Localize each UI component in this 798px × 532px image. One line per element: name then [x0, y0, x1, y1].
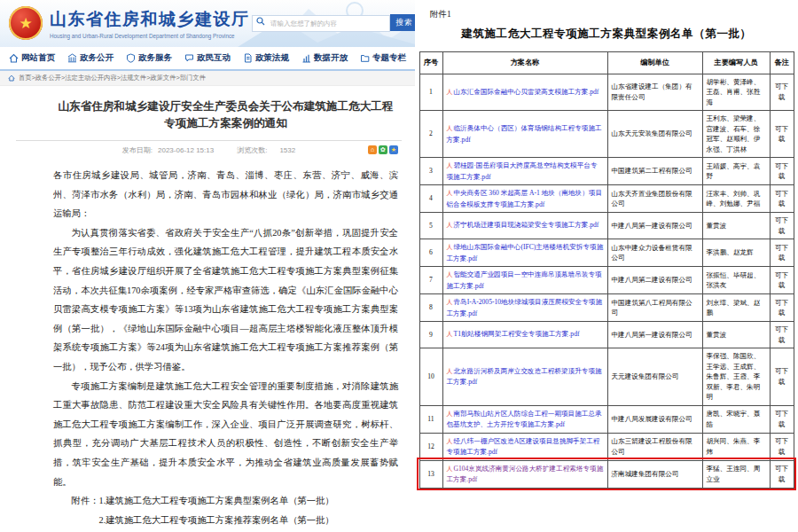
- views-value: 1532: [279, 146, 295, 154]
- compiling-unit: 济南城建集团有限公司: [607, 460, 702, 488]
- pdf-icon: 人: [447, 368, 453, 375]
- column-header-people: 主要编写人员: [702, 52, 770, 74]
- breadcrumb: 首页>政务公开>法定主动公开内容>法规文件>政策文件>部门文件: [0, 71, 415, 86]
- compiling-unit: 山东天元安装集团有限公司: [607, 111, 702, 158]
- main-authors: 刘京璋、梁斌、赵鹏: [702, 294, 770, 322]
- row-number: 4: [419, 185, 442, 213]
- body-paragraph-2: 专项施工方案编制是建筑施工危大工程安全管理的重要制度措施，对消除建筑施工重大事故…: [53, 377, 398, 492]
- plan-pdf-link[interactable]: 山东汇金国际金融中心贝雷梁高支模施工方案.pdf: [454, 88, 599, 96]
- body-paragraph-1: 为认真贯彻落实省委、省政府关于安全生产“八抓20条”创新举措，巩固提升安全生产专…: [53, 223, 398, 377]
- annex-label: 附件1: [430, 9, 798, 20]
- nav-item-home[interactable]: 网站首页: [9, 52, 55, 64]
- star-icon: ★: [19, 16, 32, 31]
- column-header-no: 序号: [419, 52, 442, 74]
- plan-pdf-link[interactable]: 绿地山东国际金融中心(IFC)主塔楼塔机安拆专项施工方案.pdf: [447, 243, 604, 262]
- table-row: 10 人北京路沂河桥及两岸立交改造工程桥梁顶升专项施工方案.pdf 天元建设集团…: [419, 348, 794, 406]
- download-note[interactable]: 可下载: [770, 74, 794, 111]
- attachment-line-2: 2.建筑施工危大工程专项施工方案推荐案例名单（第一批）: [53, 511, 398, 530]
- row-number: 10: [419, 348, 442, 406]
- main-authors: 李洪鹏、赵龙辉: [702, 239, 770, 267]
- plan-pdf-link[interactable]: 青岛I-A-2005-10地块绿城项目液压爬模安全专项施工方案.pdf: [447, 298, 602, 317]
- screen: ★ 山东省住房和城乡建设厅 Housing and Urban-Rural De…: [0, 0, 798, 532]
- search-button[interactable]: 搜索: [390, 14, 415, 31]
- annex-document: 附件1 建筑施工危大工程专项施工方案典型案例名单（第一批） 序号 方案名称 编制…: [415, 0, 798, 532]
- favorite-star-icon[interactable]: ★: [389, 145, 398, 154]
- compiling-unit: 中建八局发展建设有限公司: [607, 405, 702, 433]
- plan-pdf-link[interactable]: G104京岚线济南黄河公路大桥扩建工程索塔专项施工方案.pdf: [447, 465, 604, 484]
- folder-icon: [360, 53, 370, 63]
- notice-article: 山东省住房和城乡建设厅安全生产委员会关于公布建筑施工危大工程专项施工方案案例的通…: [0, 86, 415, 532]
- download-note[interactable]: 可下载: [770, 433, 794, 460]
- download-note[interactable]: 可下载: [770, 322, 794, 348]
- compiling-unit: 山东省建设建工（集团）有限责任公司: [607, 74, 702, 111]
- plan-pdf-link[interactable]: 临沂奥体中心（西区）体育场钢结构工程专项施工方案.pdf: [447, 124, 602, 144]
- article-meta: 发布日期: 2023-06-12 15:13 浏览次数: 1532 ⌂ ✿ ★: [16, 141, 402, 159]
- plan-pdf-link[interactable]: T1航站楼钢网架工程安全专项施工方案.pdf: [454, 330, 580, 338]
- main-authors: 胡兴同、朱燕、李炜: [702, 433, 770, 460]
- site-name-english: Housing and Urban-Rural Development Depa…: [50, 33, 250, 39]
- plan-pdf-link[interactable]: 中央商务区 360 米超高层 A-1 地块（南地块）项目铝合金模板支撑专项施工方…: [447, 189, 602, 208]
- compiling-unit: 中建八局第二建设有限公司: [607, 267, 702, 294]
- nav-item-gov-disclosure[interactable]: 政务公开: [67, 52, 113, 64]
- nav-item-policies[interactable]: 政策法规: [243, 52, 289, 64]
- table-row: 2 人临沂奥体中心（西区）体育场钢结构工程专项施工方案.pdf 山东天元安装集团…: [419, 111, 794, 158]
- pdf-icon: 人: [447, 331, 453, 338]
- row-number: 1: [419, 74, 442, 111]
- nav-label: 政策法规: [255, 52, 289, 64]
- compiling-unit: 天元建设集团有限公司: [607, 348, 702, 406]
- download-note[interactable]: 可下载: [770, 294, 794, 322]
- download-note[interactable]: 可下载: [770, 111, 794, 158]
- download-note[interactable]: 可下载: [770, 460, 794, 488]
- table-row: 3 人碧桂园·国岳府项目大跨度高悬空结构支模平台专项施工方案.pdf 中国建筑第…: [419, 158, 794, 185]
- nav-label: 数据开放: [314, 52, 348, 64]
- main-authors: 汪家丰、刘帅、巩峰、刘勉娜、尹福: [702, 185, 770, 213]
- row-number: 11: [419, 405, 442, 433]
- download-note[interactable]: 可下载: [770, 405, 794, 433]
- pdf-icon: 人: [447, 244, 453, 251]
- nav-item-special-columns[interactable]: 专题专栏: [360, 52, 406, 64]
- row-number: 2: [419, 111, 442, 158]
- row-number: 5: [419, 213, 442, 239]
- site-header: ★ 山东省住房和城乡建设厅 Housing and Urban-Rural De…: [0, 0, 415, 47]
- pdf-icon: 人: [447, 190, 453, 197]
- location-icon: [8, 74, 15, 82]
- breadcrumb-text[interactable]: 首页>政务公开>法定主动公开内容>法规文件>政策文件>部门文件: [19, 74, 206, 82]
- pdf-icon: 人: [447, 466, 453, 473]
- salutation-paragraph: 各市住房城乡建设局、城管局，济南、青岛、淄博、枣庄、东营、济宁、威海、滨州、菏泽…: [53, 166, 398, 223]
- table-row: 9 人T1航站楼钢网架工程安全专项施工方案.pdf 中建八局第一建设有限公司 董…: [419, 322, 794, 348]
- publish-date-label: 发布日期:: [122, 145, 153, 155]
- plan-pdf-link[interactable]: 经八纬一棚户区改造A区建设项目悬挑脚手架工程专项施工方案.pdf: [447, 437, 600, 457]
- download-note[interactable]: 可下载: [770, 213, 794, 239]
- bar-chart-icon: [301, 53, 311, 63]
- annex-title: 建筑施工危大工程专项施工方案典型案例名单（第一批）: [415, 27, 798, 42]
- badge-icon: [126, 53, 136, 63]
- download-note[interactable]: 可下载: [770, 185, 794, 213]
- site-title-block: 山东省住房和城乡建设厅 Housing and Urban-Rural Deve…: [50, 8, 250, 39]
- site-name: 山东省住房和城乡建设厅: [50, 8, 250, 31]
- main-authors: 王靖媛、高宇、袁野: [702, 158, 770, 185]
- search-input[interactable]: [252, 15, 390, 32]
- nav-item-interaction[interactable]: 政民互动: [184, 52, 231, 64]
- row-number: 12: [419, 433, 442, 460]
- plan-pdf-link[interactable]: 智能交通产业园项目一空中连廊吊顶幕墙吊装专项施工方案.pdf: [447, 270, 602, 290]
- download-note[interactable]: 可下载: [770, 348, 794, 406]
- plan-pdf-link[interactable]: 南部马鞍山站片区人防综合工程一期项目施工总承包基坑支护、土方开挖专项施工方案.p…: [447, 410, 602, 429]
- share-icons: ⌂ ✿ ★: [368, 145, 398, 154]
- nav-item-open-data[interactable]: 数据开放: [301, 52, 348, 64]
- plan-pdf-link[interactable]: 济宁机场迁建项目现浇箱梁安全专项施工方案.pdf: [454, 221, 599, 229]
- plan-pdf-link[interactable]: 碧桂园·国岳府项目大跨度高悬空结构支模平台专项施工方案.pdf: [447, 161, 598, 181]
- pdf-icon: 人: [447, 299, 453, 306]
- download-note[interactable]: 可下载: [770, 158, 794, 185]
- compiling-unit: 山东三箭建设工程股份有限公司: [607, 433, 702, 460]
- download-note[interactable]: 可下载: [770, 267, 794, 294]
- compiling-unit: 山东天齐置业集团股份有限公司: [607, 185, 702, 213]
- download-note[interactable]: 可下载: [770, 239, 794, 267]
- views-label: 浏览次数:: [237, 145, 267, 155]
- article-body: 各市住房城乡建设局、城管局，济南、青岛、淄博、枣庄、东营、济宁、威海、滨州、菏泽…: [53, 166, 398, 529]
- share-icon[interactable]: ✿: [379, 145, 387, 154]
- nav-item-gov-services[interactable]: 政务服务: [126, 52, 172, 64]
- table-row: 12 人经八纬一棚户区改造A区建设项目悬挑脚手架工程专项施工方案.pdf 山东三…: [419, 433, 794, 460]
- compiling-unit: 中建八局第一建设有限公司: [607, 322, 702, 348]
- home-share-icon[interactable]: ⌂: [368, 145, 377, 154]
- plan-pdf-link[interactable]: 北京路沂河桥及两岸立交改造工程桥梁顶升专项施工方案.pdf: [447, 367, 602, 387]
